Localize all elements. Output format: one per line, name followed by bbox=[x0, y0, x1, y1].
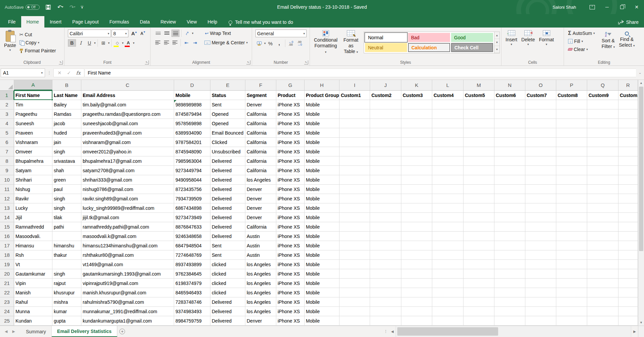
cell-A5[interactable]: Praveen bbox=[14, 128, 52, 138]
cell-style-check-cell[interactable]: Check Cell bbox=[451, 43, 493, 52]
cell-P5[interactable] bbox=[556, 128, 587, 138]
cell-G22[interactable]: iPhone XS bbox=[276, 288, 305, 297]
cell-O15[interactable] bbox=[525, 222, 556, 232]
cell-O25[interactable] bbox=[525, 316, 556, 326]
cell-N1[interactable]: Custom6 bbox=[494, 91, 525, 100]
row-header-3[interactable]: 3 bbox=[0, 109, 14, 119]
cell-F17[interactable]: Austin bbox=[245, 241, 276, 250]
cell-D17[interactable]: 6847948504 bbox=[174, 241, 210, 250]
cell-J4[interactable] bbox=[370, 119, 401, 128]
cell-M4[interactable] bbox=[464, 119, 494, 128]
cell-G18[interactable]: iPhone XS bbox=[276, 250, 305, 260]
cell-C6[interactable]: vishnaram@gmail.com bbox=[81, 138, 174, 147]
cell-J5[interactable] bbox=[370, 128, 401, 138]
cell-L4[interactable] bbox=[432, 119, 464, 128]
cell-J24[interactable] bbox=[370, 307, 401, 316]
decrease-indent-button[interactable]: ⇤ bbox=[183, 39, 190, 46]
scroll-right-arrow[interactable]: ▶ bbox=[631, 330, 638, 333]
cell-B17[interactable]: himanshu bbox=[52, 241, 81, 250]
cell-M6[interactable] bbox=[464, 138, 494, 147]
cell-C2[interactable]: tim.baily@gmail.com bbox=[81, 100, 174, 109]
cell-G6[interactable]: iPhone XS bbox=[276, 138, 305, 147]
cell-H25[interactable]: Mobile bbox=[305, 316, 339, 326]
customize-qat-button[interactable]: ▾ bbox=[81, 6, 83, 8]
cell-C18[interactable]: rshthakur80@gmail.com bbox=[81, 250, 174, 260]
row-header-12[interactable]: 12 bbox=[0, 194, 14, 203]
cell-I25[interactable] bbox=[339, 316, 370, 326]
cell-C7[interactable]: omveer2012@yahoo.in bbox=[81, 147, 174, 156]
cell-C13[interactable]: lucky_singh99989@rediffmail.com bbox=[81, 203, 174, 213]
cell-O9[interactable] bbox=[525, 166, 556, 175]
cell-Q20[interactable] bbox=[587, 269, 618, 279]
cell-I12[interactable] bbox=[339, 194, 370, 203]
cell-A2[interactable]: Tim bbox=[14, 100, 52, 109]
cell-E1[interactable]: Status bbox=[210, 91, 245, 100]
cell-O19[interactable] bbox=[525, 260, 556, 269]
autosave-toggle[interactable]: AutoSave Off bbox=[5, 5, 40, 10]
cell-G24[interactable]: iPhone XS bbox=[276, 307, 305, 316]
cell-C8[interactable]: bhupalmehra17@gmail.com bbox=[81, 156, 174, 166]
cell-O18[interactable] bbox=[525, 250, 556, 260]
cell-R16[interactable] bbox=[618, 232, 638, 241]
cell-E16[interactable]: Delivered bbox=[210, 232, 245, 241]
cell-L20[interactable] bbox=[432, 269, 464, 279]
cell-P13[interactable] bbox=[556, 203, 587, 213]
cell-R15[interactable] bbox=[618, 222, 638, 232]
cell-G1[interactable]: Product bbox=[276, 91, 305, 100]
cell-E15[interactable]: Delivered bbox=[210, 222, 245, 232]
cell-M14[interactable] bbox=[464, 213, 494, 222]
cell-G20[interactable]: iPhone XS bbox=[276, 269, 305, 279]
cell-F1[interactable]: Segment bbox=[245, 91, 276, 100]
cell-G17[interactable]: iPhone XS bbox=[276, 241, 305, 250]
row-header-17[interactable]: 17 bbox=[0, 241, 14, 250]
sheet-tab-email-delivery-statistics[interactable]: Email Delivery Statistics bbox=[52, 326, 117, 337]
cell-Q3[interactable] bbox=[587, 109, 618, 119]
cell-A6[interactable]: Vishnaram bbox=[14, 138, 52, 147]
column-header-G[interactable]: G bbox=[276, 80, 305, 90]
cell-O2[interactable] bbox=[525, 100, 556, 109]
column-header-F[interactable]: F bbox=[245, 80, 276, 90]
cell-H9[interactable]: Mobile bbox=[305, 166, 339, 175]
cell-B23[interactable]: mishra bbox=[52, 297, 81, 307]
cell-B7[interactable]: singh bbox=[52, 147, 81, 156]
font-size-combo[interactable]: 8▾ bbox=[112, 30, 128, 37]
cell-P25[interactable] bbox=[556, 316, 587, 326]
cell-I19[interactable] bbox=[339, 260, 370, 269]
sort-filter-button[interactable]: AZ Sort &Filter ▾ bbox=[600, 30, 617, 51]
cell-F10[interactable]: los Angeles bbox=[245, 175, 276, 185]
cell-E4[interactable]: Opened bbox=[210, 119, 245, 128]
cell-R9[interactable] bbox=[618, 166, 638, 175]
cell-O11[interactable] bbox=[525, 185, 556, 194]
cell-A25[interactable]: Kundan bbox=[14, 316, 52, 326]
cell-Q5[interactable] bbox=[587, 128, 618, 138]
scroll-up-arrow[interactable]: ▲ bbox=[638, 80, 644, 86]
cell-I6[interactable] bbox=[339, 138, 370, 147]
cell-P24[interactable] bbox=[556, 307, 587, 316]
cell-R6[interactable] bbox=[618, 138, 638, 147]
cell-I20[interactable] bbox=[339, 269, 370, 279]
cell-E22[interactable]: clicked bbox=[210, 288, 245, 297]
cell-O14[interactable] bbox=[525, 213, 556, 222]
cell-D9[interactable]: 9273449794 bbox=[174, 166, 210, 175]
cell-L1[interactable]: Custom4 bbox=[432, 91, 464, 100]
cell-K16[interactable] bbox=[401, 232, 432, 241]
cell-D3[interactable]: 8745879494 bbox=[174, 109, 210, 119]
cell-B11[interactable]: paul bbox=[52, 185, 81, 194]
cell-L3[interactable] bbox=[432, 109, 464, 119]
cell-C24[interactable]: munnakumar_1991@rediffmail.com bbox=[81, 307, 174, 316]
cell-P21[interactable] bbox=[556, 279, 587, 288]
minimize-button[interactable]: ─ bbox=[600, 0, 614, 14]
cell-D10[interactable]: 9490958044 bbox=[174, 175, 210, 185]
cell-Q24[interactable] bbox=[587, 307, 618, 316]
cell-K18[interactable] bbox=[401, 250, 432, 260]
cell-P1[interactable]: Custom8 bbox=[556, 91, 587, 100]
cell-M5[interactable] bbox=[464, 128, 494, 138]
cell-I4[interactable] bbox=[339, 119, 370, 128]
cell-N12[interactable] bbox=[494, 194, 525, 203]
cell-Q8[interactable] bbox=[587, 156, 618, 166]
align-left-button[interactable] bbox=[154, 39, 162, 46]
cell-I5[interactable] bbox=[339, 128, 370, 138]
cell-H17[interactable]: Mobile bbox=[305, 241, 339, 250]
cell-E8[interactable]: Delivered bbox=[210, 156, 245, 166]
cell-K15[interactable] bbox=[401, 222, 432, 232]
